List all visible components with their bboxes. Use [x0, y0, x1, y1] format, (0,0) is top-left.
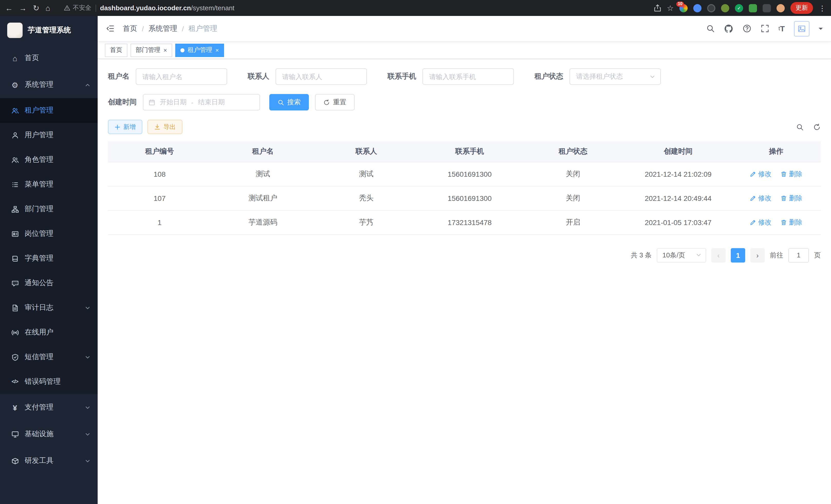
breadcrumb-item[interactable]: 系统管理 [148, 24, 177, 33]
sidebar-collapse-icon[interactable] [106, 24, 115, 33]
extension-icon[interactable]: 10 [679, 4, 688, 12]
pagination-total: 共 3 条 [631, 250, 652, 260]
tenant-id-cell: 107 [108, 186, 211, 210]
github-icon[interactable] [724, 24, 733, 33]
phone-cell: 15601691300 [418, 186, 521, 210]
tab-close-icon[interactable]: × [164, 47, 167, 53]
sidebar-item-devtools[interactable]: 研发工具 [0, 447, 98, 474]
security-indicator[interactable]: 不安全 [63, 4, 91, 12]
extension-icon[interactable] [707, 4, 715, 12]
share-icon[interactable] [654, 4, 661, 12]
menu-list-icon [10, 181, 20, 188]
pagination: 共 3 条 10条/页 ‹ 1 › 前往 页 [108, 248, 821, 262]
edit-link[interactable]: 修改 [750, 169, 772, 179]
bookmark-star-icon[interactable]: ☆ [667, 4, 674, 12]
date-range-picker[interactable]: 开始日期 - 结束日期 [143, 94, 260, 111]
sidebar-item-notice[interactable]: 通知公告 [0, 271, 98, 295]
extension-icon[interactable]: ✓ [735, 4, 743, 12]
calendar-icon [148, 99, 155, 106]
sidebar-item-payment[interactable]: ¥ 支付管理 [0, 394, 98, 421]
table-row: 107 测试租户 秃头 15601691300 关闭 2021-12-14 20… [108, 186, 821, 210]
profile-avatar-icon[interactable] [776, 4, 785, 12]
reset-button[interactable]: 重置 [315, 94, 354, 111]
puzzle-extension-icon[interactable] [763, 4, 771, 12]
browser-back-icon[interactable]: ← [5, 4, 13, 12]
main-area: 首页 / 系统管理 / 租户管理 tT [98, 16, 831, 504]
address-bar[interactable]: 不安全 dashboard.yudao.iocoder.cn/system/te… [56, 4, 647, 12]
extension-icon[interactable] [721, 4, 729, 12]
goto-unit-label: 页 [814, 250, 821, 260]
extension-badge: 10 [676, 1, 684, 6]
browser-forward-icon[interactable]: → [19, 4, 27, 12]
filter-create-time: 创建时间 开始日期 - 结束日期 [108, 94, 260, 111]
next-page-button[interactable]: › [750, 248, 765, 262]
chevron-down-icon [85, 305, 90, 310]
column-header: 操作 [732, 141, 821, 162]
download-icon [154, 124, 160, 130]
sidebar-item-infrastructure[interactable]: 基础设施 [0, 421, 98, 447]
tab-home[interactable]: 首页 [105, 43, 127, 57]
extension-icon[interactable] [749, 4, 757, 12]
sidebar-item-label: 短信管理 [25, 352, 53, 362]
search-icon[interactable] [706, 24, 715, 33]
goto-page-input[interactable] [789, 248, 809, 262]
app-shell: 芋道管理系统 ⌂ 首页 ⚙ 系统管理 租户管理 用户管理 [0, 16, 831, 504]
fullscreen-icon[interactable] [761, 24, 769, 33]
add-button[interactable]: 新增 [108, 120, 142, 134]
tenant-name-input[interactable] [136, 68, 227, 85]
browser-update-button[interactable]: 更新 [791, 2, 813, 14]
breadcrumb-item[interactable]: 首页 [123, 24, 137, 33]
help-icon[interactable] [743, 24, 751, 33]
edit-link[interactable]: 修改 [750, 217, 772, 227]
font-size-icon[interactable]: tT [779, 25, 785, 32]
filter-tenant-name: 租户名 [108, 68, 227, 85]
sidebar-item-online-users[interactable]: 在线用户 [0, 320, 98, 345]
tab-dept[interactable]: 部门管理 × [131, 43, 172, 57]
phone-cell: 15601691300 [418, 162, 521, 186]
navbar: 首页 / 系统管理 / 租户管理 tT [98, 16, 831, 41]
sidebar-item-menu[interactable]: 菜单管理 [0, 172, 98, 197]
browser-menu-icon[interactable]: ⋮ [819, 4, 826, 12]
chevron-down-icon [85, 458, 90, 464]
delete-link[interactable]: 删除 [781, 169, 802, 179]
sidebar-item-role[interactable]: 角色管理 [0, 147, 98, 172]
browser-home-icon[interactable]: ⌂ [46, 4, 50, 12]
phone-input[interactable] [423, 68, 514, 85]
logo-title: 芋道管理系统 [28, 26, 71, 35]
status-select[interactable]: 请选择租户状态 [569, 68, 661, 85]
logo: 芋道管理系统 [0, 16, 98, 45]
delete-link[interactable]: 删除 [781, 194, 802, 203]
sidebar-item-user[interactable]: 用户管理 [0, 123, 98, 147]
tab-tenant[interactable]: 租户管理 × [175, 43, 224, 57]
column-header: 租户状态 [521, 141, 625, 162]
sidebar-item-post[interactable]: 岗位管理 [0, 221, 98, 246]
chevron-down-icon [650, 74, 655, 79]
extension-icon[interactable] [693, 4, 701, 12]
sidebar-item-home[interactable]: ⌂ 首页 [0, 45, 98, 71]
search-button[interactable]: 搜索 [269, 94, 309, 111]
user-menu-caret-icon[interactable] [819, 28, 823, 32]
sidebar-item-label: 审计日志 [25, 303, 53, 313]
refresh-table-icon[interactable] [813, 123, 821, 131]
tab-close-icon[interactable]: × [215, 47, 219, 53]
sidebar-item-tenant[interactable]: 租户管理 [0, 98, 98, 123]
delete-link[interactable]: 删除 [781, 217, 802, 227]
sidebar-item-errorcode[interactable]: </> 错误码管理 [0, 369, 98, 394]
prev-page-button[interactable]: ‹ [711, 248, 726, 262]
sidebar-item-auditlog[interactable]: 审计日志 [0, 295, 98, 320]
sidebar-item-label: 支付管理 [25, 403, 53, 412]
export-button[interactable]: 导出 [147, 120, 182, 134]
avatar[interactable] [794, 21, 809, 36]
filter-label: 租户状态 [535, 72, 563, 81]
sidebar-item-sms[interactable]: 短信管理 [0, 345, 98, 369]
page-size-select[interactable]: 10条/页 [657, 248, 706, 262]
hide-search-icon[interactable] [796, 123, 804, 131]
browser-reload-icon[interactable]: ↻ [33, 4, 39, 12]
sidebar-item-label: 部门管理 [25, 205, 53, 214]
page-number-button[interactable]: 1 [731, 248, 745, 262]
sidebar-item-dept[interactable]: 部门管理 [0, 197, 98, 221]
sidebar-item-dict[interactable]: 字典管理 [0, 246, 98, 271]
sidebar-item-system[interactable]: ⚙ 系统管理 [0, 71, 98, 98]
edit-link[interactable]: 修改 [750, 194, 772, 203]
contact-input[interactable] [276, 68, 367, 85]
